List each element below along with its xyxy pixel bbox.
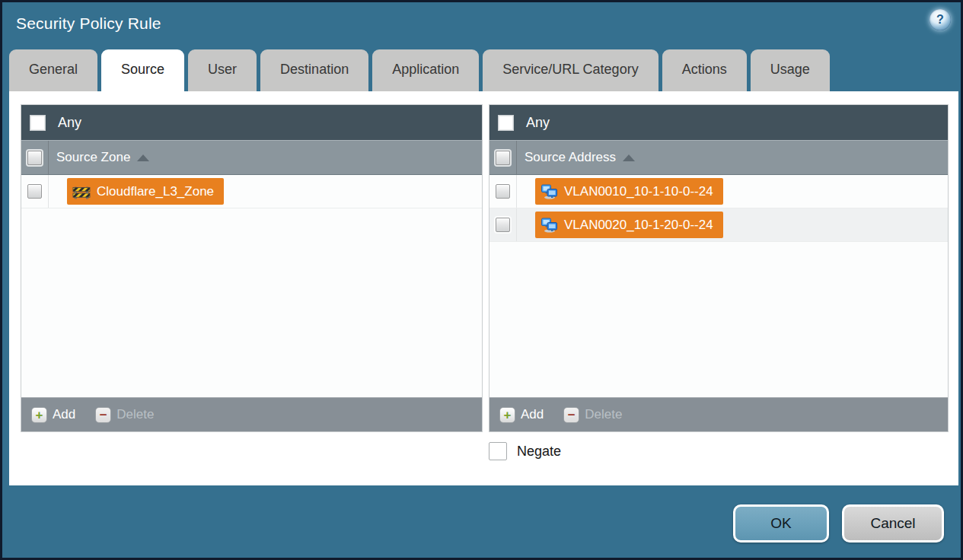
zone-icon xyxy=(72,184,91,199)
delete-icon: − xyxy=(563,407,579,423)
dialog-title: Security Policy Rule xyxy=(16,14,161,33)
tab-bar: General Source User Destination Applicat… xyxy=(9,49,954,91)
source-address-select-all-checkbox[interactable] xyxy=(496,151,510,165)
source-zone-any-label: Any xyxy=(58,115,81,131)
row-checkbox[interactable] xyxy=(496,184,510,199)
zone-chip-label: Cloudflare_L3_Zone xyxy=(97,184,214,199)
add-button[interactable]: + Add xyxy=(499,407,544,423)
source-zone-column-title: Source Zone xyxy=(56,150,130,165)
delete-label: Delete xyxy=(116,407,154,422)
tab-content-source: Any Source Zone xyxy=(9,91,958,485)
delete-icon: − xyxy=(95,407,111,423)
ok-button[interactable]: OK xyxy=(733,504,829,542)
sort-asc-icon xyxy=(623,154,635,161)
add-icon: + xyxy=(499,407,515,423)
row-checkbox[interactable] xyxy=(496,218,510,232)
tab-source[interactable]: Source xyxy=(101,49,184,91)
help-glyph: ? xyxy=(936,13,944,27)
table-row[interactable]: Cloudflare_L3_Zone xyxy=(21,175,482,208)
source-zone-any-checkbox[interactable] xyxy=(30,115,46,131)
source-address-panel: Any Source Address xyxy=(489,104,949,432)
source-address-any-row: Any xyxy=(489,105,948,140)
add-button[interactable]: + Add xyxy=(31,407,75,423)
address-chip[interactable]: VLAN0020_10-1-20-0--24 xyxy=(535,212,723,238)
security-policy-rule-dialog: Security Policy Rule ? General Source Us… xyxy=(0,0,963,560)
source-address-any-checkbox[interactable] xyxy=(498,115,514,131)
help-icon[interactable]: ? xyxy=(930,9,951,30)
source-address-column-title: Source Address xyxy=(525,150,616,165)
table-row[interactable]: VLAN0020_10-1-20-0--24 xyxy=(489,208,948,242)
add-label: Add xyxy=(521,407,544,422)
title-bar: Security Policy Rule ? xyxy=(2,2,961,49)
tab-application[interactable]: Application xyxy=(372,49,479,91)
table-row[interactable]: VLAN0010_10-1-10-0--24 xyxy=(489,175,948,208)
address-chip[interactable]: VLAN0010_10-1-10-0--24 xyxy=(535,178,723,205)
negate-label: Negate xyxy=(517,444,561,460)
tab-service-url-category[interactable]: Service/URL Category xyxy=(483,49,658,91)
delete-button[interactable]: − Delete xyxy=(95,407,154,423)
row-checkbox-cell xyxy=(489,175,517,208)
row-checkbox-cell xyxy=(21,175,49,208)
tab-user[interactable]: User xyxy=(188,49,257,91)
sort-asc-icon xyxy=(137,154,149,161)
delete-label: Delete xyxy=(585,407,622,422)
add-icon: + xyxy=(31,407,47,423)
cancel-button[interactable]: Cancel xyxy=(842,504,944,542)
tab-general[interactable]: General xyxy=(9,49,97,91)
source-zone-footer: + Add − Delete xyxy=(21,397,482,431)
row-checkbox[interactable] xyxy=(27,184,42,199)
tab-actions[interactable]: Actions xyxy=(662,49,747,91)
source-zone-select-all-checkbox[interactable] xyxy=(27,151,42,165)
source-address-footer: + Add − Delete xyxy=(489,397,948,431)
negate-checkbox[interactable] xyxy=(489,442,507,460)
source-zone-list: Cloudflare_L3_Zone xyxy=(21,175,482,397)
source-zone-any-row: Any xyxy=(21,105,482,140)
source-address-list: VLAN0010_10-1-10-0--24 xyxy=(489,175,948,397)
delete-button[interactable]: − Delete xyxy=(563,407,622,423)
source-zone-column-header[interactable]: Source Zone xyxy=(21,140,482,175)
address-chip-label: VLAN0010_10-1-10-0--24 xyxy=(564,184,713,199)
zone-chip[interactable]: Cloudflare_L3_Zone xyxy=(67,178,224,205)
tab-usage[interactable]: Usage xyxy=(751,49,830,91)
select-all-cell xyxy=(21,141,49,174)
address-icon xyxy=(540,184,558,199)
source-address-column-header[interactable]: Source Address xyxy=(489,140,948,175)
negate-row: Negate xyxy=(489,441,561,461)
address-chip-label: VLAN0020_10-1-20-0--24 xyxy=(564,218,713,233)
address-icon xyxy=(540,218,558,233)
source-address-any-label: Any xyxy=(526,115,550,131)
select-all-cell xyxy=(489,141,517,174)
tab-destination[interactable]: Destination xyxy=(260,49,368,91)
add-label: Add xyxy=(53,407,75,422)
source-zone-panel: Any Source Zone xyxy=(21,104,483,432)
row-checkbox-cell xyxy=(489,208,517,241)
